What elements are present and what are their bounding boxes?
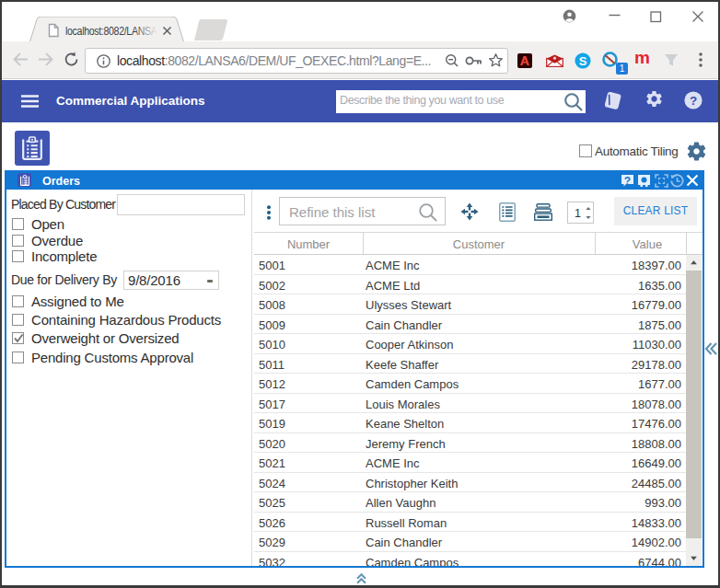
svg-text:?: ?	[690, 94, 697, 108]
svg-text:?: ?	[624, 175, 631, 188]
svg-text:S: S	[579, 54, 587, 68]
